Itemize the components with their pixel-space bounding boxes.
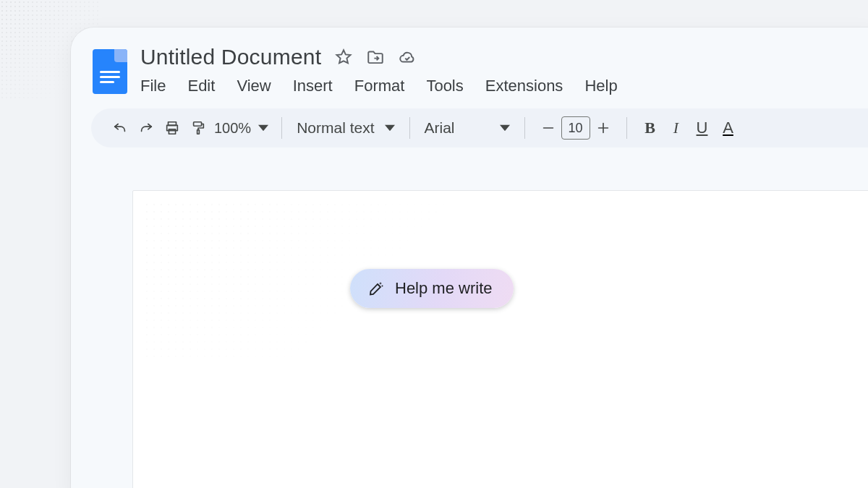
font-family-value: Arial bbox=[425, 119, 455, 137]
decrease-font-size-button[interactable] bbox=[535, 115, 561, 141]
print-button[interactable] bbox=[159, 115, 185, 141]
font-size-input[interactable]: 10 bbox=[561, 116, 590, 140]
docs-window: Untitled Document File Edit View bbox=[71, 27, 868, 488]
paragraph-style-value: Normal text bbox=[297, 119, 374, 137]
docs-logo-icon[interactable] bbox=[93, 49, 127, 94]
svg-rect-3 bbox=[194, 122, 202, 127]
document-title[interactable]: Untitled Document bbox=[140, 45, 321, 69]
chevron-down-icon bbox=[500, 119, 510, 137]
chevron-down-icon bbox=[258, 120, 268, 137]
svg-rect-4 bbox=[197, 130, 200, 134]
separator bbox=[626, 117, 627, 139]
menu-insert[interactable]: Insert bbox=[293, 77, 333, 95]
separator bbox=[524, 117, 525, 139]
menu-edit[interactable]: Edit bbox=[187, 77, 215, 95]
menu-view[interactable]: View bbox=[237, 77, 271, 95]
menu-extensions[interactable]: Extensions bbox=[485, 77, 563, 95]
menu-tools[interactable]: Tools bbox=[426, 77, 463, 95]
title-row: Untitled Document File Edit View bbox=[71, 40, 868, 95]
svg-point-5 bbox=[382, 286, 383, 287]
font-family-dropdown[interactable]: Arial bbox=[420, 119, 514, 137]
help-me-write-button[interactable]: Help me write bbox=[350, 269, 514, 308]
menu-file[interactable]: File bbox=[140, 77, 166, 95]
svg-rect-2 bbox=[169, 129, 175, 134]
redo-button[interactable] bbox=[133, 115, 159, 141]
title-line: Untitled Document bbox=[140, 45, 618, 69]
paint-format-button[interactable] bbox=[185, 115, 211, 141]
magic-pen-icon bbox=[367, 280, 385, 297]
text-color-button[interactable]: A bbox=[715, 115, 741, 141]
italic-button[interactable]: I bbox=[663, 115, 689, 141]
separator bbox=[409, 117, 410, 139]
document-page[interactable]: Help me write bbox=[132, 190, 868, 488]
title-block: Untitled Document File Edit View bbox=[140, 45, 618, 95]
title-action-icons bbox=[334, 48, 417, 67]
increase-font-size-button[interactable] bbox=[590, 115, 616, 141]
toolbar: 100% Normal text Arial 10 B I U A bbox=[91, 108, 868, 147]
menu-format[interactable]: Format bbox=[354, 77, 405, 95]
move-to-folder-icon[interactable] bbox=[366, 48, 385, 67]
help-me-write-label: Help me write bbox=[395, 279, 492, 298]
separator bbox=[281, 117, 282, 139]
star-icon[interactable] bbox=[334, 48, 353, 67]
menu-bar: File Edit View Insert Format Tools Exten… bbox=[140, 75, 618, 95]
zoom-value: 100% bbox=[214, 120, 251, 137]
menu-help[interactable]: Help bbox=[584, 77, 617, 95]
zoom-dropdown[interactable]: 100% bbox=[211, 120, 271, 137]
underline-button[interactable]: U bbox=[689, 115, 715, 141]
docs-logo-lines bbox=[100, 71, 120, 83]
cloud-status-icon[interactable] bbox=[398, 48, 417, 67]
bold-button[interactable]: B bbox=[637, 115, 663, 141]
paragraph-style-dropdown[interactable]: Normal text bbox=[292, 119, 399, 137]
undo-button[interactable] bbox=[107, 115, 133, 141]
chevron-down-icon bbox=[385, 119, 395, 137]
